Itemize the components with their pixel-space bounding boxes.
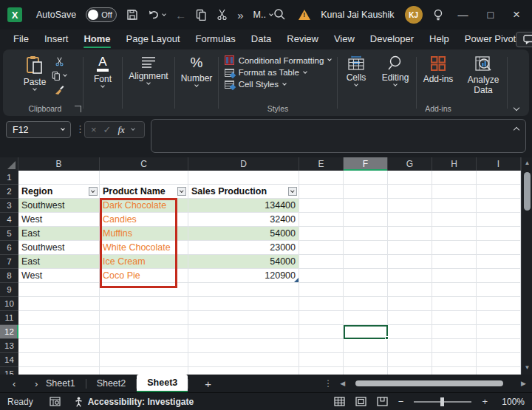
cell-B9[interactable] xyxy=(18,283,100,297)
name-box-dropdown-icon[interactable] xyxy=(61,126,65,131)
cut-icon[interactable] xyxy=(216,9,228,21)
cell-G2[interactable] xyxy=(388,185,432,199)
cell-I14[interactable] xyxy=(477,353,521,367)
new-sheet-button[interactable]: + xyxy=(188,377,228,390)
cell-D8[interactable]: 120900 xyxy=(188,269,299,283)
number-menu-button[interactable]: % Number xyxy=(181,54,213,86)
save-icon[interactable] xyxy=(126,9,138,21)
paste-button[interactable]: Paste xyxy=(24,54,47,95)
menu-tab-home[interactable]: Home xyxy=(83,30,110,49)
cell-H3[interactable] xyxy=(432,199,477,213)
row-header-11[interactable]: 11 xyxy=(0,311,18,325)
menu-tab-developer[interactable]: Developer xyxy=(370,30,414,49)
cell-D7[interactable]: 54000 xyxy=(188,255,299,269)
cell-D14[interactable] xyxy=(188,353,299,367)
cell-G13[interactable] xyxy=(388,339,432,353)
cell-F8[interactable] xyxy=(344,269,388,283)
cell-I3[interactable] xyxy=(477,199,521,213)
horizontal-scrollbar[interactable] xyxy=(352,380,514,387)
cell-C2[interactable]: Product Name xyxy=(100,185,188,199)
cell-H11[interactable] xyxy=(432,311,477,325)
row-header-8[interactable]: 8 xyxy=(0,269,18,283)
cell-I9[interactable] xyxy=(477,283,521,297)
menu-tab-help[interactable]: Help xyxy=(429,30,449,49)
cell-I11[interactable] xyxy=(477,311,521,325)
row-header-9[interactable]: 9 xyxy=(0,283,18,297)
row-header-3[interactable]: 3 xyxy=(0,199,18,213)
filter-button[interactable] xyxy=(288,187,297,196)
cell-H9[interactable] xyxy=(432,283,477,297)
cell-G11[interactable] xyxy=(388,311,432,325)
menu-tab-view[interactable]: View xyxy=(334,30,355,49)
cell-G1[interactable] xyxy=(388,171,432,185)
cell-D3[interactable]: 134400 xyxy=(188,199,299,213)
row-header-1[interactable]: 1 xyxy=(0,171,18,185)
collapse-ribbon-icon[interactable] xyxy=(514,105,519,111)
sheet-tab-sheet3[interactable]: Sheet3 xyxy=(137,375,188,392)
zoom-in-button[interactable]: + xyxy=(482,396,488,407)
row-header-12[interactable]: 12 xyxy=(0,325,18,339)
accessibility-icon[interactable] xyxy=(74,397,83,407)
cell-H7[interactable] xyxy=(432,255,477,269)
cell-F3[interactable] xyxy=(344,199,388,213)
cell-C15[interactable] xyxy=(100,367,188,375)
cell-B12[interactable] xyxy=(18,325,100,339)
cell-I5[interactable] xyxy=(477,227,521,241)
column-header-G[interactable]: G xyxy=(388,157,432,171)
clipboard-dialog-launcher-icon[interactable] xyxy=(75,106,81,112)
cell-G7[interactable] xyxy=(388,255,432,269)
cell-F4[interactable] xyxy=(344,213,388,227)
alignment-menu-button[interactable]: Alignment xyxy=(129,54,168,84)
lightbulb-icon[interactable] xyxy=(433,9,443,21)
row-header-6[interactable]: 6 xyxy=(0,241,18,255)
cell-E5[interactable] xyxy=(299,227,344,241)
fx-dropdown-icon[interactable] xyxy=(131,126,135,131)
cell-H13[interactable] xyxy=(432,339,477,353)
cell-E3[interactable] xyxy=(299,199,344,213)
filter-button[interactable] xyxy=(89,187,98,196)
mode-menu-button[interactable]: M.. xyxy=(253,10,273,20)
cell-B2[interactable]: Region xyxy=(18,185,100,199)
cell-F7[interactable] xyxy=(344,255,388,269)
cell-B1[interactable] xyxy=(18,171,100,185)
cell-D11[interactable] xyxy=(188,311,299,325)
cell-D1[interactable] xyxy=(188,171,299,185)
cell-G4[interactable] xyxy=(388,213,432,227)
zoom-slider-thumb[interactable] xyxy=(440,397,444,406)
minimize-button[interactable]: — xyxy=(454,9,473,21)
cell-B10[interactable] xyxy=(18,297,100,311)
cut-button[interactable] xyxy=(55,57,64,66)
zoom-level[interactable]: 100% xyxy=(498,397,525,407)
cell-C1[interactable] xyxy=(100,171,188,185)
cell-G10[interactable] xyxy=(388,297,432,311)
cell-G5[interactable] xyxy=(388,227,432,241)
cell-E4[interactable] xyxy=(299,213,344,227)
select-all-corner[interactable] xyxy=(0,157,18,171)
menu-tab-power-pivot[interactable]: Power Pivot xyxy=(465,30,516,49)
column-header-B[interactable]: B xyxy=(18,157,100,171)
cell-I7[interactable] xyxy=(477,255,521,269)
column-header-F[interactable]: F xyxy=(344,157,388,171)
warning-icon[interactable] xyxy=(299,10,310,20)
cell-H8[interactable] xyxy=(432,269,477,283)
cell-G12[interactable] xyxy=(388,325,432,339)
expand-formula-bar-icon[interactable] xyxy=(514,127,519,133)
cell-B13[interactable] xyxy=(18,339,100,353)
formula-input[interactable] xyxy=(151,119,526,153)
cell-G14[interactable] xyxy=(388,353,432,367)
maximize-button[interactable]: □ xyxy=(483,9,498,21)
hscroll-right-icon[interactable]: ▶ xyxy=(521,380,526,387)
column-header-H[interactable]: H xyxy=(432,157,477,171)
cell-C13[interactable] xyxy=(100,339,188,353)
column-header-C[interactable]: C xyxy=(100,157,188,171)
cell-E13[interactable] xyxy=(299,339,344,353)
prev-sheet-icon[interactable]: ‹ xyxy=(6,378,22,389)
column-header-E[interactable]: E xyxy=(299,157,344,171)
row-header-4[interactable]: 4 xyxy=(0,213,18,227)
cell-C10[interactable] xyxy=(100,297,188,311)
macro-record-icon[interactable] xyxy=(50,397,61,406)
cell-D12[interactable] xyxy=(188,325,299,339)
cell-H14[interactable] xyxy=(432,353,477,367)
cell-E11[interactable] xyxy=(299,311,344,325)
menu-tab-data[interactable]: Data xyxy=(251,30,271,49)
